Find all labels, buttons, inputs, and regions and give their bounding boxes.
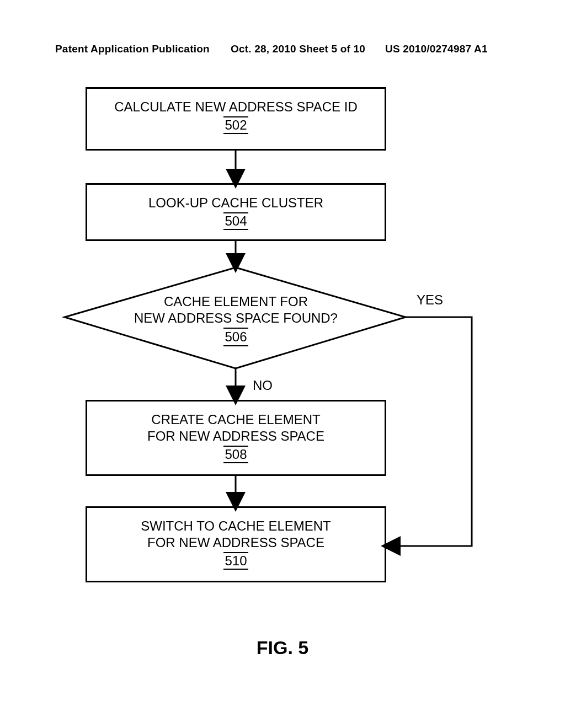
- connectors-svg: [0, 0, 565, 728]
- diamond-506-line2: NEW ADDRESS SPACE FOUND?: [134, 311, 338, 325]
- diamond-506-line1: CACHE ELEMENT FOR: [164, 294, 308, 309]
- diamond-506-ref: 506: [223, 328, 248, 346]
- figure-label: FIG. 5: [0, 637, 565, 659]
- diamond-506-text: CACHE ELEMENT FOR NEW ADDRESS SPACE FOUN…: [86, 293, 386, 346]
